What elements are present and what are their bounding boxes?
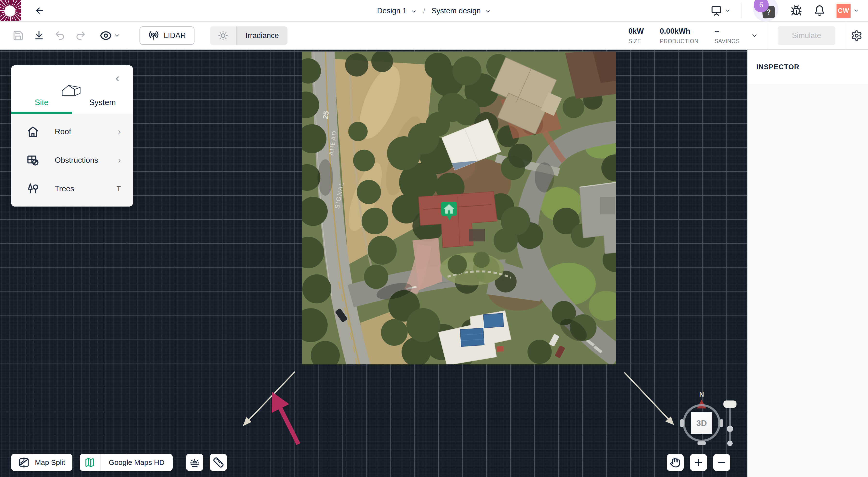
lidar-label: LIDAR: [164, 31, 186, 40]
panel-item-roof[interactable]: Roof ›: [11, 119, 133, 145]
user-menu[interactable]: CW: [837, 4, 859, 18]
stat-production-value: 0.00kWh: [660, 27, 699, 36]
stat-size-label: SIZE: [628, 38, 644, 44]
help-widget[interactable]: ? 6: [753, 0, 779, 22]
tab-system[interactable]: System: [72, 98, 133, 114]
compass-handle-west[interactable]: [680, 419, 684, 427]
back-button[interactable]: [33, 4, 46, 18]
map-controls: Map Split Google Maps HD: [11, 454, 227, 471]
shortcut-key-label: T: [117, 185, 121, 193]
irradiance-label: Irradiance: [237, 26, 287, 45]
white-arrow-left: [244, 418, 250, 425]
home-icon: [27, 125, 39, 138]
presentation-icon: [710, 4, 723, 17]
stat-savings: -- SAVINGS: [714, 27, 740, 44]
stat-savings-label: SAVINGS: [714, 38, 740, 44]
irradiance-toggle[interactable]: Irradiance: [210, 26, 287, 45]
tilt-slider-end-dot: [727, 441, 733, 446]
stat-size: 0kW SIZE: [628, 27, 644, 44]
breadcrumb-page-label: System design: [432, 6, 481, 15]
top-bar: Design 1 / System design ? 6: [0, 0, 868, 22]
redo-button[interactable]: [74, 30, 87, 42]
breadcrumb-design[interactable]: Design 1: [377, 6, 417, 15]
panel-item-obstructions[interactable]: Obstructions ›: [11, 147, 133, 173]
notifications-bell-icon[interactable]: [813, 4, 826, 17]
sunrise-icon: [189, 457, 200, 468]
redo-icon: [75, 30, 86, 41]
tilt-slider-track[interactable]: [729, 405, 731, 444]
crimson-arrow-annotation: [272, 392, 300, 445]
breadcrumb: Design 1 / System design: [377, 0, 491, 22]
topbar-divider: [742, 4, 742, 18]
map-split-label: Map Split: [35, 458, 65, 467]
export-button[interactable]: [33, 30, 45, 42]
topbar-actions: ? 6 CW: [710, 0, 868, 21]
undo-button[interactable]: [54, 30, 66, 42]
design-canvas[interactable]: 25 AHEAD SIGNAL: [0, 50, 747, 477]
north-label: N: [699, 391, 704, 398]
tab-site[interactable]: Site: [11, 98, 72, 114]
stats-expand-chevron[interactable]: [751, 32, 758, 39]
toggle-3d-button[interactable]: 3D: [691, 412, 712, 434]
google-maps-hd-button[interactable]: Google Maps HD: [80, 454, 173, 471]
chevron-right-icon: ›: [118, 127, 121, 137]
chevron-down-icon: [410, 8, 417, 14]
app-root: Design 1 / System design ? 6: [0, 0, 868, 477]
tilt-slider-mid-handle[interactable]: [727, 426, 733, 432]
app-logo[interactable]: [0, 0, 21, 21]
compass-handle-south[interactable]: [698, 441, 706, 445]
site-system-panel: Site System Roof: [11, 65, 133, 206]
sun-icon: [210, 26, 237, 45]
toolbar-left: LIDAR Irradiance: [0, 26, 287, 45]
visibility-menu[interactable]: [100, 30, 120, 42]
zoom-in-button[interactable]: [690, 454, 707, 471]
hand-icon: [670, 457, 681, 468]
chevron-down-icon: [114, 32, 120, 39]
pan-hand-button[interactable]: [667, 454, 684, 471]
lidar-antenna-icon: [148, 30, 159, 41]
white-arrow-right: [666, 417, 673, 424]
breadcrumb-separator: /: [423, 7, 425, 15]
save-button[interactable]: [12, 30, 24, 42]
ruler-icon: [213, 457, 224, 468]
panel-tabs: Site System: [11, 98, 133, 114]
panel-collapse-button[interactable]: [113, 74, 122, 84]
settings-gear-icon[interactable]: [850, 30, 863, 42]
shadow-simulation-button[interactable]: [186, 454, 203, 471]
north-needle-icon: [697, 400, 706, 409]
map-split-icon: [19, 457, 30, 468]
breadcrumb-design-label: Design 1: [377, 6, 407, 15]
system-stats: 0kW SIZE 0.00kWh PRODUCTION -- SAVINGS: [628, 27, 751, 44]
chevron-down-icon: [485, 8, 491, 14]
present-menu[interactable]: [710, 4, 731, 17]
compass-handle-east[interactable]: [719, 419, 723, 427]
stat-savings-value: --: [714, 27, 740, 36]
map-split-button[interactable]: Map Split: [11, 454, 72, 471]
chevron-down-icon: [853, 7, 859, 14]
aerial-satellite-image[interactable]: 25 AHEAD SIGNAL: [302, 52, 616, 364]
breadcrumb-page[interactable]: System design: [432, 6, 491, 15]
tilt-slider-knob[interactable]: [723, 401, 737, 408]
eye-icon: [100, 30, 112, 42]
stat-size-value: 0kW: [628, 27, 644, 36]
folded-map-icon: [80, 454, 100, 471]
zoom-out-button[interactable]: [713, 454, 730, 471]
bug-report-icon[interactable]: [790, 4, 803, 17]
download-icon: [33, 30, 44, 41]
undo-icon: [54, 30, 65, 41]
lidar-button[interactable]: LIDAR: [140, 26, 194, 45]
plus-icon: [693, 457, 704, 468]
stat-production-label: PRODUCTION: [660, 38, 699, 44]
arrow-left-icon: [34, 5, 45, 16]
zoom-controls: [667, 454, 730, 471]
stat-production: 0.00kWh PRODUCTION: [660, 27, 699, 44]
compass-widget: N 3D: [679, 391, 724, 446]
trees-icon: [27, 182, 39, 195]
inspector-panel: INSPECTOR: [747, 50, 868, 477]
tilt-slider: [724, 401, 736, 449]
simulate-button[interactable]: Simulate: [778, 26, 835, 45]
panel-item-trees[interactable]: Trees T: [11, 176, 133, 202]
obstructions-icon: [27, 154, 39, 167]
save-icon: [12, 30, 24, 41]
measure-ruler-button[interactable]: [210, 454, 227, 471]
